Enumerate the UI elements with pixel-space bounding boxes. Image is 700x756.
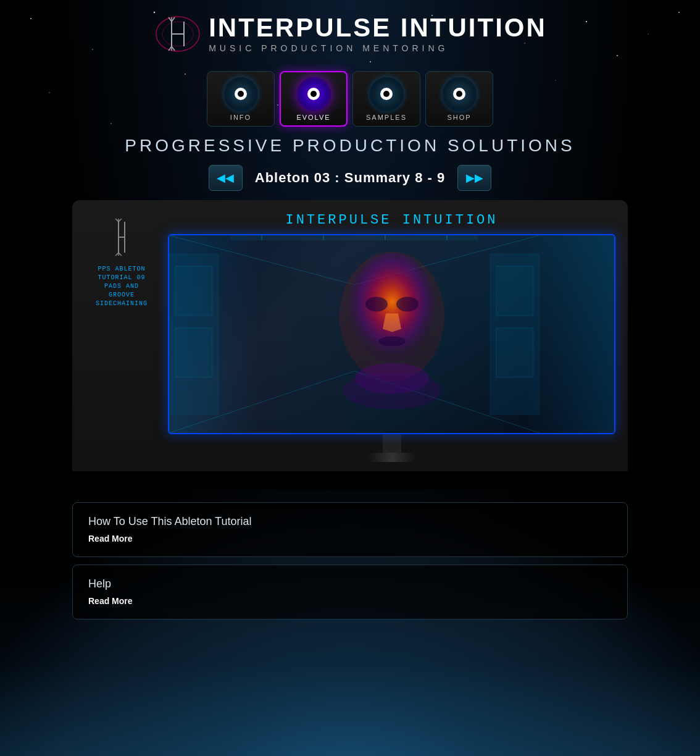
- video-logo-icon: [109, 219, 134, 256]
- current-title: Ableton 03 : Summary 8 - 9: [255, 170, 445, 186]
- svg-rect-42: [175, 328, 212, 377]
- nav-btn-shop[interactable]: SHOP: [425, 71, 493, 127]
- header: INTERPULSE INTUITION MUSIC PRODUCTION ME…: [0, 0, 700, 62]
- logo-text: INTERPULSE INTUITION MUSIC PRODUCTION ME…: [209, 15, 547, 53]
- svg-point-59: [378, 337, 406, 346]
- svg-rect-44: [496, 266, 533, 316]
- speaker-eye-shop: [453, 88, 465, 100]
- prev-icon: ◀◀: [217, 171, 234, 185]
- nav-btn-samples[interactable]: SAMPLES: [352, 71, 420, 127]
- svg-point-58: [396, 297, 419, 312]
- nav-speaker-shop: [443, 77, 477, 111]
- video-brand: INTERPULSE INTUITION: [168, 212, 615, 228]
- video-tutorial-label: PPS ABLETONTUTORIAL 09PADS ANDGROOVESIDE…: [96, 265, 148, 308]
- nav-controls: ◀◀ Ableton 03 : Summary 8 - 9 ▶▶: [0, 165, 700, 191]
- nav-label-evolve: EVOLVE: [296, 114, 330, 121]
- site-subtitle: MUSIC PRODUCTION MENTORING: [209, 43, 448, 53]
- next-icon: ▶▶: [466, 171, 483, 185]
- nav-btn-info[interactable]: INFO: [207, 71, 275, 127]
- video-thumbnail: [169, 235, 614, 433]
- svg-rect-45: [496, 328, 533, 377]
- monitor-bottom: [72, 471, 628, 490]
- prev-button[interactable]: ◀◀: [209, 165, 243, 191]
- face-visualization: [324, 243, 460, 410]
- info-box-title-0: How To Use This Ableton Tutorial: [88, 515, 612, 528]
- read-more-help[interactable]: Read More: [88, 596, 133, 606]
- info-box-title-1: Help: [88, 578, 612, 590]
- site-title: INTERPULSE INTUITION: [209, 15, 547, 41]
- nav-bar: INFO EVOLVE SAMPLES SHOP: [0, 71, 700, 127]
- svg-point-57: [365, 297, 388, 312]
- info-box-help: Help Read More: [72, 565, 628, 620]
- video-main: INTERPULSE INTUITION: [168, 212, 615, 471]
- logo-icon: [153, 12, 202, 56]
- info-box-how-to-use: How To Use This Ableton Tutorial Read Mo…: [72, 502, 628, 557]
- section-title: PROGRESSIVE PRODUCTION SOLUTIONS: [0, 136, 700, 156]
- nav-label-shop: SHOP: [447, 114, 471, 121]
- video-display: PPS ABLETONTUTORIAL 09PADS ANDGROOVESIDE…: [72, 200, 628, 490]
- nav-speaker-evolve: [297, 77, 331, 111]
- nav-label-info: INFO: [230, 114, 251, 121]
- stand-neck: [383, 434, 401, 453]
- next-button[interactable]: ▶▶: [457, 165, 491, 191]
- svg-rect-41: [175, 266, 212, 316]
- video-sidebar: PPS ABLETONTUTORIAL 09PADS ANDGROOVESIDE…: [85, 212, 159, 471]
- read-more-how-to-use[interactable]: Read More: [88, 534, 133, 544]
- svg-rect-48: [231, 235, 478, 240]
- speaker-eye-evolve: [307, 88, 320, 100]
- speaker-eye-samples: [380, 88, 393, 100]
- svg-point-56: [343, 372, 441, 410]
- video-stand: [168, 434, 615, 471]
- nav-btn-evolve[interactable]: EVOLVE: [280, 71, 348, 127]
- info-section: How To Use This Ableton Tutorial Read Mo…: [72, 502, 628, 620]
- speaker-eye-info: [235, 88, 247, 100]
- nav-label-samples: SAMPLES: [366, 114, 407, 121]
- nav-speaker-info: [224, 77, 258, 111]
- nav-speaker-samples: [370, 77, 404, 111]
- stand-base: [367, 453, 417, 462]
- logo-container: INTERPULSE INTUITION MUSIC PRODUCTION ME…: [0, 12, 700, 56]
- video-frame[interactable]: [168, 234, 615, 434]
